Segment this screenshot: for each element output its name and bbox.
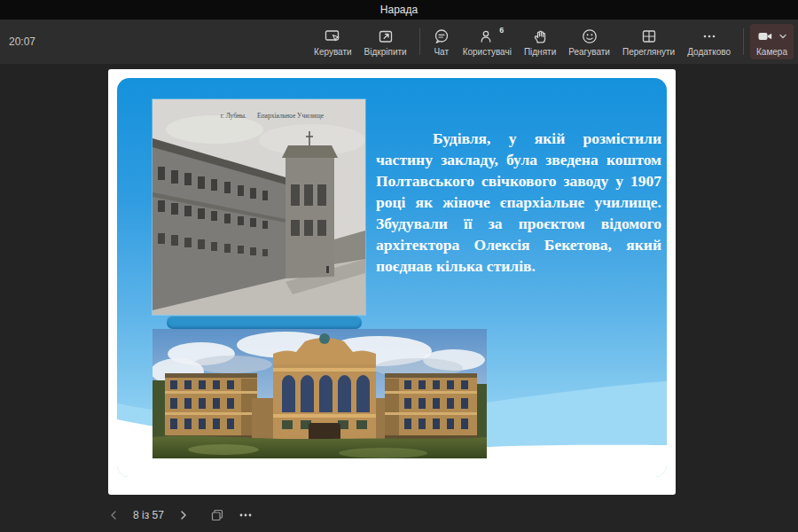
- camera-label: Камера: [756, 47, 787, 57]
- slide-position-indicator: 8 із 57: [133, 509, 164, 521]
- nav-more-options-button[interactable]: [237, 505, 254, 526]
- take-control-label: Керувати: [314, 47, 352, 57]
- participants-button[interactable]: 6 Користувачі: [457, 24, 518, 59]
- chat-button[interactable]: Чат: [426, 24, 457, 59]
- modern-building-photo: [153, 329, 487, 458]
- unpin-label: Відкріпити: [364, 47, 407, 57]
- view-grid-icon: [640, 27, 658, 45]
- slide-accent-bar: [167, 316, 362, 329]
- old-building-photo: г. Лубны. Епархіальное Училище: [153, 99, 365, 315]
- react-label: Реагувати: [568, 47, 610, 57]
- chevron-down-icon[interactable]: [778, 33, 787, 40]
- meeting-clock: 20:07: [9, 20, 35, 64]
- smiley-icon: [581, 27, 598, 45]
- old-photo-caption-city: г. Лубны.: [221, 112, 246, 120]
- ellipsis-icon: [700, 27, 718, 45]
- meeting-title-bar: Нарада: [0, 0, 798, 20]
- private-view-icon[interactable]: [208, 505, 226, 526]
- camera-button[interactable]: Камера: [750, 24, 794, 59]
- camera-icon: [756, 27, 774, 45]
- slide-nav-group: 8 із 57: [105, 498, 254, 532]
- presenter-nav-bar: 8 із 57: [0, 498, 798, 532]
- chat-label: Чат: [434, 47, 449, 57]
- take-control-button[interactable]: Керувати: [308, 24, 358, 59]
- toolbar-divider: [419, 28, 420, 55]
- meeting-toolbar: 20:07 Керувати Відкріпити Чат 6: [0, 20, 798, 65]
- unpin-button[interactable]: Відкріпити: [358, 24, 413, 59]
- participants-label: Користувачі: [463, 47, 512, 57]
- slide-blue-panel: г. Лубны. Епархіальное Училище: [117, 78, 667, 477]
- more-label: Додатково: [687, 47, 731, 57]
- meeting-stage: г. Лубны. Епархіальное Училище: [0, 64, 798, 498]
- toolbar-button-group: Керувати Відкріпити Чат 6 Користувачі: [308, 20, 794, 64]
- toolbar-divider: [743, 28, 744, 55]
- chat-icon: [433, 27, 450, 45]
- react-button[interactable]: Реагувати: [562, 24, 616, 59]
- view-button[interactable]: Переглянути: [616, 24, 681, 59]
- people-icon: 6: [478, 27, 496, 45]
- previous-slide-button[interactable]: [105, 505, 122, 526]
- next-slide-button[interactable]: [175, 505, 192, 526]
- participants-count-badge: 6: [499, 26, 504, 35]
- slide-body-text: Будівля, у якій розмістили частину закла…: [376, 128, 661, 277]
- unpin-popout-icon: [377, 27, 395, 45]
- presentation-slide: г. Лубны. Епархіальное Училище: [108, 69, 676, 495]
- view-label: Переглянути: [622, 47, 675, 57]
- raise-hand-button[interactable]: Підняти: [518, 24, 562, 59]
- raise-hand-icon: [531, 27, 549, 45]
- raise-hand-label: Підняти: [524, 47, 556, 57]
- meeting-title: Нарада: [380, 4, 418, 16]
- share-control-icon: [324, 27, 341, 45]
- more-button[interactable]: Додатково: [681, 24, 737, 59]
- old-photo-caption-title: Епархіальное Училище: [257, 112, 325, 120]
